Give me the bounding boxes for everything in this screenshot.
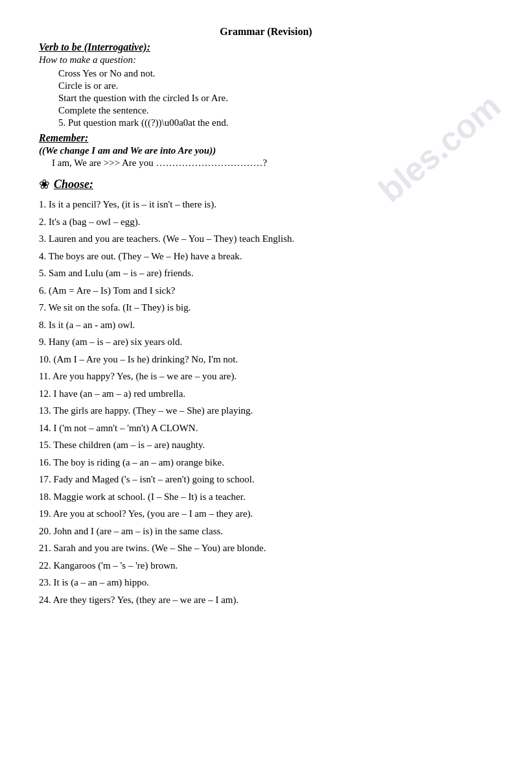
step-2: Circle is or are. [58,80,493,91]
list-item: 7. We sit on the sofa. (It – They) is bi… [39,300,493,315]
are-you-line: I am, We are >>> Are you ……………………………? [52,158,493,169]
list-item: 17. Fady and Maged ('s – isn't – aren't)… [39,472,493,487]
step-1: Cross Yes or No and not. [58,68,493,79]
verb-to-be-title: Verb to be (Interrogative): [39,41,493,53]
list-item: 3. Lauren and you are teachers. (We – Yo… [39,231,493,246]
list-item: 10. (Am I – Are you – Is he) drinking? N… [39,352,493,367]
list-item: 23. It is (a – an – am) hippo. [39,575,493,590]
list-item: 12. I have (an – am – a) red umbrella. [39,386,493,401]
list-item: 2. It's a (bag – owl – egg). [39,215,493,230]
list-item: 8. Is it (a – an - am) owl. [39,318,493,333]
list-item: 4. The boys are out. (They – We – He) ha… [39,249,493,264]
list-item: 15. These children (am – is – are) naugh… [39,438,493,453]
list-item: 9. Hany (am – is – are) six years old. [39,335,493,349]
change-note: ((We change I am and We are into Are you… [39,145,493,156]
list-item: 24. Are they tigers? Yes, (they are – we… [39,593,493,608]
section1: Verb to be (Interrogative): How to make … [39,41,493,169]
steps-list: Cross Yes or No and not. Circle is or ar… [58,68,493,128]
page-title: Grammar (Revision) [39,26,493,38]
list-item: 21. Sarah and you are twins. (We – She –… [39,541,493,556]
step-3: Start the question with the circled Is o… [58,93,493,104]
instruction-heading: How to make a question: [39,54,493,65]
list-item: 6. (Am = Are – Is) Tom and I sick? [39,283,493,298]
list-item: 11. Are you happy? Yes, (he is – we are … [39,369,493,384]
step-5: 5. Put question mark (((?))\u00a0at the … [58,117,493,128]
list-item: 22. Kangaroos ('m – 's – 're) brown. [39,558,493,573]
list-item: 13. The girls are happy. (They – we – Sh… [39,403,493,418]
list-item: 20. John and I (are – am – is) in the sa… [39,524,493,539]
list-item: 18. Maggie work at school. (I – She – It… [39,490,493,504]
list-item: 19. Are you at school? Yes, (you are – I… [39,506,493,521]
list-item: 14. I ('m not – amn't – 'mn't) A CLOWN. [39,421,493,436]
step-4: Complete the sentence. [58,105,493,116]
choose-header: ❀ Choose: [39,176,493,192]
choose-icon: ❀ [39,176,50,192]
exercises-list: 1. Is it a pencil? Yes, (it is – it isn'… [39,197,493,607]
choose-label: Choose: [54,178,93,191]
list-item: 1. Is it a pencil? Yes, (it is – it isn'… [39,197,493,212]
list-item: 16. The boy is riding (a – an – am) oran… [39,455,493,470]
remember-heading: Remember: [39,132,493,144]
list-item: 5. Sam and Lulu (am – is – are) friends. [39,266,493,281]
